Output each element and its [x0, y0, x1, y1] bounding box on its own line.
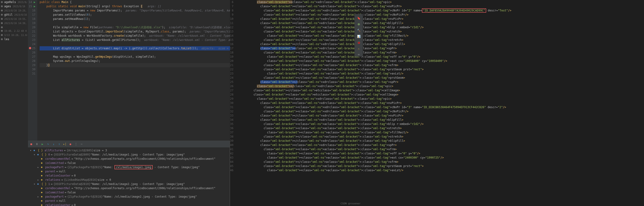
xml-gutter-line[interactable]: 20	[230, 59, 233, 63]
xml-gutter-line[interactable]: 15	[230, 38, 233, 42]
project-file-item[interactable]: les	[0, 37, 28, 41]
xml-gutter-line[interactable]: 25	[230, 80, 233, 84]
project-file-item[interactable]	[0, 25, 28, 29]
xml-line[interactable]: class="xml-bracket"></class="xml-ns">acl…	[236, 38, 512, 42]
xml-line[interactable]: class="xml-bracket"><class="xml-ns">acla…	[236, 71, 512, 76]
structure-icon[interactable]: ⬢	[357, 22, 360, 26]
xml-line[interactable]: class="xml-bracket"><class="xml-ns">acla…	[236, 122, 512, 126]
xml-gutter-line[interactable]: 33	[230, 114, 233, 118]
project-file-item[interactable]: 2023/8/16 14:38, 1.74 kB Today 14:3	[0, 21, 28, 25]
xml-line[interactable]: class="xml-bracket"><class="xml-ns">acla…	[236, 67, 512, 71]
gutter-line[interactable]: 17	[28, 13, 36, 17]
step-out-button[interactable]: ↑	[57, 142, 61, 146]
xml-gutter-line[interactable]: 16	[230, 42, 233, 46]
resume-button[interactable]: ▶	[40, 142, 44, 146]
build-icon[interactable]: 🔨	[357, 29, 360, 32]
xml-gutter-line[interactable]: 32	[230, 109, 233, 114]
xml-gutter-line[interactable]: 35	[230, 122, 233, 126]
gutter-line[interactable]: 18	[28, 17, 36, 21]
terminal-icon[interactable]: ⌨	[357, 53, 360, 57]
bookmark-icon[interactable]: 🔖	[357, 16, 360, 20]
xml-line[interactable]: class="xml-bracket"><class="xml-ns">xdrc…	[236, 97, 512, 101]
run-to-cursor-button[interactable]: ▸|	[63, 142, 67, 146]
project-file-item[interactable]: 2023/8/16 19:28, 448 B 27 minut	[0, 9, 28, 13]
gutter-line[interactable]: 28	[28, 59, 36, 63]
xml-gutter-line[interactable]: 21	[230, 63, 233, 67]
gutter-line[interactable]: 22	[28, 34, 36, 38]
xml-line[interactable]: class="xml-bracket"></class="xml-ns">acl…	[236, 160, 512, 164]
xml-gutter-line[interactable]: 11	[230, 21, 233, 25]
xml-line[interactable]: class="xml-bracket"></class="xml-ns">xdr…	[236, 80, 512, 84]
xml-editor[interactable]: 6789101112131415161718192021222324252627…	[230, 0, 363, 206]
xml-gutter-line[interactable]: 18	[230, 50, 233, 55]
xml-line[interactable]: class="xml-bracket"><class="xml-ns">xdrc…	[236, 143, 512, 147]
xml-gutter[interactable]: 6789101112131415161718192021222324252627…	[230, 0, 236, 206]
xml-gutter-line[interactable]: 37	[230, 130, 233, 135]
project-file-item[interactable]: gUtil 2023/8/16 19:27, 6.79 kB A m	[0, 13, 28, 17]
view-breakpoints-button[interactable]: ⋮	[74, 142, 78, 146]
xml-gutter-line[interactable]: 28	[230, 92, 233, 97]
xml-gutter-line[interactable]: 42	[230, 151, 233, 156]
project-file-item[interactable]: 3/13 16:28, 11.66 kB	[0, 33, 28, 37]
xml-line[interactable]: class="xml-bracket"><class="xml-ns">acla…	[236, 151, 512, 156]
expand-arrow-icon[interactable]: ▸	[37, 165, 40, 169]
xml-line[interactable]: class="xml-bracket"><class="xml-ns">xdrc…	[236, 46, 512, 50]
run-icon[interactable]: ⚠	[357, 47, 360, 50]
xml-gutter-line[interactable]: 34	[230, 118, 233, 122]
xml-line[interactable]: class="xml-bracket"><class="xml-ns">acla…	[236, 29, 512, 34]
pause-button[interactable]: ⏸	[35, 142, 39, 146]
step-over-button[interactable]: ↷	[46, 142, 50, 146]
xml-line[interactable]: class="xml-bracket"><class="xml-ns">acla…	[236, 130, 512, 135]
gutter-line[interactable]: 15 ▶	[28, 4, 36, 9]
expand-arrow-icon[interactable]: ▸	[37, 178, 40, 182]
project-file-item[interactable]: 19:48, 2.12 kB 4 minutes ago	[0, 29, 28, 33]
gutter-line[interactable]: 30	[28, 67, 36, 71]
xml-gutter-line[interactable]: 38	[230, 135, 233, 139]
xml-line[interactable]: class="xml-bracket"><class="xml-ns">acla…	[236, 25, 512, 29]
xml-line[interactable]: class="xml-bracket"><class="xml-ns">xdrc…	[236, 4, 512, 9]
xml-gutter-line[interactable]: 6	[230, 0, 233, 4]
editor-gutter[interactable]: 14 ▶15 ▶16171819202122232425262728293031	[28, 0, 37, 141]
xml-line[interactable]: class="xml-bracket"></class="xml-ns">xdr…	[236, 84, 512, 88]
gutter-line[interactable]: 27	[28, 55, 36, 59]
xml-gutter-line[interactable]: 8	[230, 9, 233, 13]
xml-code[interactable]: class="xml-bracket"><class="xml-ns">xdrc…	[236, 0, 512, 206]
xml-gutter-line[interactable]: 26	[230, 84, 233, 88]
xml-gutter-line[interactable]: 17	[230, 46, 233, 50]
xml-gutter-line[interactable]: 46	[230, 168, 233, 172]
gutter-line[interactable]: 23	[28, 38, 36, 42]
xml-line[interactable]: class="xml-bracket"></class="xml-ns">acl…	[236, 63, 512, 67]
project-file-item[interactable]: 2023/8/16 19:55, 1.2 kB Moments ago	[0, 17, 28, 21]
project-file-item[interactable]: ages 2023/8/16 19:23, 2.13 kB 31 mi	[0, 4, 28, 9]
xml-line[interactable]: class="xml-bracket"><class="xml-ns">xdrc…	[236, 118, 512, 122]
xml-line[interactable]: class="xml-bracket"><class="xml-ns">acla…	[236, 147, 512, 151]
xml-line[interactable]: class="xml-bracket"></class="xml-ns">acl…	[236, 76, 512, 80]
xml-line[interactable]: class="xml-bracket"><class="xml-ns">acla…	[236, 164, 512, 168]
gutter-line[interactable]: 16	[28, 9, 36, 13]
xml-line[interactable]: class="xml-bracket"></class="xml-ns">acl…	[236, 135, 512, 139]
expand-arrow-icon[interactable]: ▸	[37, 194, 40, 199]
xml-gutter-line[interactable]: 19	[230, 55, 233, 59]
xml-gutter-line[interactable]: 36	[230, 126, 233, 130]
xml-gutter-line[interactable]: 12	[230, 25, 233, 29]
xml-gutter-line[interactable]: 23	[230, 71, 233, 76]
xml-line[interactable]: class="xml-bracket"><class="xml-ns">acla…	[236, 34, 512, 38]
xml-line[interactable]: class="xml-bracket"><class="xml-ns">acla…	[236, 168, 512, 172]
run-line-icon[interactable]: ▶	[34, 5, 36, 8]
xml-gutter-line[interactable]: 7	[230, 4, 233, 9]
xml-gutter-line[interactable]: 39	[230, 139, 233, 143]
xml-gutter-line[interactable]: 27	[230, 88, 233, 92]
xml-line[interactable]: class="xml-bracket"><class="xml-ns">xdrc…	[236, 101, 512, 105]
xml-line[interactable]: class="xml-bracket"></class="xml-ns">xdr…	[236, 42, 512, 46]
xml-gutter-line[interactable]: 14	[230, 34, 233, 38]
xml-line[interactable]: class="xml-bracket"><class="xml-ns">acla…	[236, 50, 512, 55]
gutter-line[interactable]: 31	[28, 71, 36, 76]
xml-line[interactable]: class="xml-bracket"><class="xml-ns">xdrc…	[236, 13, 512, 17]
xml-line[interactable]: class="xml-bracket"></class="xml-ns">xdr…	[236, 17, 512, 21]
expand-arrow-icon[interactable]: ▾	[34, 182, 36, 186]
gutter-line[interactable]: 20	[28, 25, 36, 29]
xml-line[interactable]: class="xml-bracket"><class="xml-ns">acla…	[236, 59, 512, 63]
xml-gutter-line[interactable]: 29	[230, 97, 233, 101]
xml-line[interactable]: class="xml-bracket"><class="xml-ns">xdrc…	[236, 105, 512, 109]
xml-line[interactable]: class="xml-bracket"><class="xml-ns">acla…	[236, 156, 512, 160]
